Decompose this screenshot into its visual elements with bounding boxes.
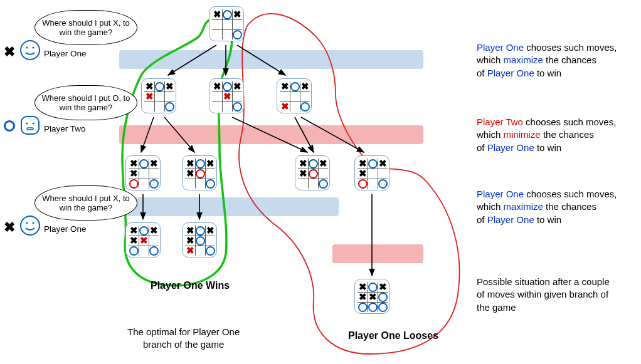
- bubble-player-one-1: Where should I put X, to win the game?: [34, 10, 137, 45]
- bubble-player-two: Where should I put O, to win the game?: [34, 85, 137, 120]
- label-player-one-wins: Player One Wins: [151, 279, 230, 293]
- smiley-icon: [19, 39, 41, 61]
- board-l2d: ✖✖✖: [354, 155, 389, 190]
- cell-0-2: ✖: [378, 282, 388, 292]
- cell-2-2: [232, 101, 242, 112]
- cell-0-1: [308, 159, 318, 169]
- cell-1-1: ✖: [222, 91, 232, 101]
- cell-1-0: ✖: [358, 169, 368, 179]
- cell-1-0: ✖: [185, 169, 195, 179]
- annotation-level-2: Player Two chooses such moves, which min…: [477, 116, 616, 154]
- cell-2-2: [300, 101, 310, 112]
- cell-0-2: ✖: [149, 226, 159, 236]
- cell-2-0: [129, 246, 139, 256]
- board-l1a: ✖✖✖: [141, 78, 176, 113]
- cell-0-1: [368, 159, 378, 169]
- cell-0-2: ✖: [205, 226, 215, 236]
- cell-0-1: [222, 81, 232, 91]
- cell-0-1: [154, 81, 164, 91]
- svg-point-9: [33, 222, 34, 224]
- cell-0-0: ✖: [129, 159, 139, 169]
- board-l1b: ✖✖✖: [209, 78, 244, 113]
- robot-face-icon: [19, 114, 41, 137]
- cell-2-0: [358, 302, 368, 312]
- cell-2-2: [232, 29, 242, 39]
- cell-0-0: ✖: [358, 282, 368, 292]
- cell-2-2: [149, 179, 159, 189]
- board-l3b: ✖✖✖✖: [182, 222, 217, 257]
- cell-2-0: ✖: [280, 101, 290, 112]
- cell-0-1: [139, 159, 149, 169]
- cell-2-0: [129, 179, 139, 189]
- cell-0-0: ✖: [212, 81, 222, 91]
- cell-2-2: [378, 302, 388, 312]
- cell-0-2: ✖: [378, 159, 388, 169]
- cell-2-0: [358, 179, 368, 189]
- label-player-one-2: Player One: [44, 224, 87, 234]
- cell-1-0: ✖: [129, 169, 139, 179]
- cell-1-1: ✖: [139, 236, 149, 246]
- svg-point-4: [26, 123, 28, 125]
- cell-0-2: ✖: [164, 81, 174, 91]
- o-mark-icon: [4, 120, 15, 133]
- cell-2-0: ✖: [185, 246, 195, 256]
- smiley-icon-2: [19, 214, 41, 237]
- board-l1c: ✖✖✖: [277, 78, 312, 113]
- annotation-level-3: Player One chooses such moves, which max…: [477, 188, 617, 226]
- svg-point-7: [21, 216, 40, 235]
- cell-0-0: ✖: [298, 159, 308, 169]
- cell-1-0: ✖: [144, 91, 154, 101]
- cell-0-0: ✖: [185, 226, 195, 236]
- board-l3a: ✖✖✖✖: [125, 222, 161, 257]
- cell-1-0: ✖: [298, 169, 308, 179]
- cell-1-2: [378, 292, 388, 302]
- cell-0-1: [195, 159, 205, 169]
- cell-2-2: [205, 246, 215, 256]
- cell-0-2: ✖: [205, 159, 215, 169]
- cell-0-1: [195, 226, 205, 236]
- cell-0-1: [290, 81, 300, 91]
- cell-0-0: ✖: [144, 81, 154, 91]
- cell-1-0: ✖: [185, 236, 195, 246]
- cell-2-2: [164, 101, 174, 112]
- svg-point-0: [21, 41, 40, 60]
- cell-0-0: ✖: [129, 226, 139, 236]
- cell-2-2: [205, 179, 215, 189]
- board-final: ✖✖✖✖: [354, 279, 389, 314]
- board-l2c: ✖✖✖: [295, 155, 330, 190]
- cell-0-0: ✖: [280, 81, 290, 91]
- cell-0-1: [222, 9, 232, 19]
- cell-1-1: ✖: [368, 292, 378, 302]
- svg-point-1: [26, 47, 28, 49]
- annotation-level-4: Possible situation after a couple of mov…: [477, 276, 610, 314]
- x-mark-icon: ✖: [4, 44, 15, 60]
- cell-1-0: ✖: [358, 292, 368, 302]
- cell-0-2: ✖: [300, 81, 310, 91]
- cell-0-1: [368, 282, 378, 292]
- cell-0-0: ✖: [212, 9, 222, 19]
- cell-2-2: [378, 179, 388, 189]
- bubble-player-one-2: Where should I put X, to win the game?: [34, 185, 137, 221]
- diagram-root: { "legend": { "player_one": { "bubble": …: [0, 0, 641, 364]
- cell-0-2: ✖: [232, 81, 242, 91]
- cell-0-1: [139, 226, 149, 236]
- cell-0-2: ✖: [232, 9, 242, 19]
- board-l2a: ✖✖✖: [125, 155, 161, 190]
- cell-1-0: ✖: [129, 236, 139, 246]
- cell-2-2: [318, 179, 328, 189]
- svg-rect-3: [21, 117, 39, 134]
- annotation-level-1: Player One chooses such moves, which max…: [477, 41, 617, 80]
- svg-point-5: [33, 123, 34, 125]
- board-l2b: ✖✖✖: [182, 155, 217, 190]
- svg-point-2: [33, 47, 34, 49]
- board-root: ✖✖: [209, 6, 244, 41]
- cell-1-1: [308, 169, 318, 179]
- label-player-two: Player Two: [44, 124, 86, 133]
- cell-0-2: ✖: [149, 159, 159, 169]
- cell-1-1: [195, 169, 205, 179]
- label-optimal-branch: The optimal for Player One branch of the…: [127, 326, 240, 351]
- cell-0-0: ✖: [358, 159, 368, 169]
- cell-0-0: ✖: [185, 159, 195, 169]
- cell-0-2: ✖: [318, 159, 328, 169]
- svg-point-8: [26, 222, 28, 224]
